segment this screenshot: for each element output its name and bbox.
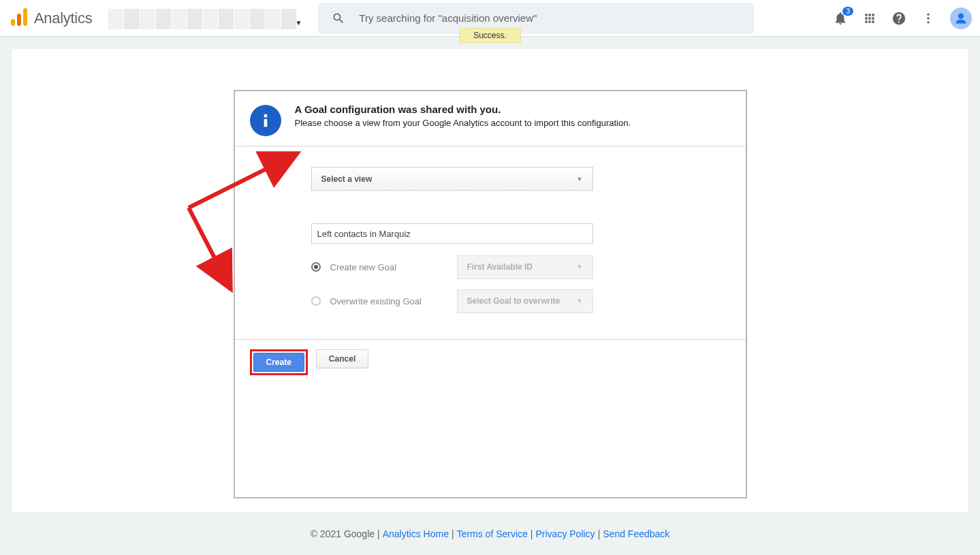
caret-down-icon: ▼ [577, 176, 583, 183]
privacy-link[interactable]: Privacy Policy [535, 528, 595, 539]
user-icon [954, 12, 968, 25]
help-icon[interactable] [891, 11, 906, 26]
goal-import-modal: A Goal configuration was shared with you… [234, 90, 747, 498]
radio-icon [311, 296, 321, 306]
form-area: Select a view ▼ Create new Goal First Av… [311, 167, 593, 312]
logo[interactable]: Analytics [11, 8, 92, 28]
search-box[interactable] [318, 3, 754, 34]
radio-label: Overwrite existing Goal [330, 296, 457, 306]
toast-text: Success. [473, 31, 507, 40]
separator: | [452, 528, 454, 539]
search-icon [332, 12, 345, 25]
avatar[interactable] [950, 7, 972, 29]
info-icon [250, 105, 281, 136]
svg-line-10 [189, 208, 231, 289]
radio-icon [311, 262, 321, 272]
modal-subtitle: Please choose a view from your Google An… [295, 118, 631, 128]
create-button[interactable]: Create [253, 353, 304, 372]
caret-down-icon: ▼ [577, 264, 583, 270]
caret-down-icon: ▼ [295, 19, 302, 27]
svg-rect-8 [264, 119, 267, 127]
radio-overwrite-goal[interactable]: Overwrite existing Goal Select Goal to o… [311, 290, 593, 312]
overwrite-goal-dropdown: Select Goal to overwrite ▼ [457, 289, 593, 313]
notifications-icon[interactable]: 3 [833, 11, 848, 26]
svg-point-3 [927, 13, 929, 15]
svg-rect-0 [11, 19, 15, 26]
view-select-dropdown[interactable]: Select a view ▼ [311, 167, 593, 191]
search-input[interactable] [359, 12, 740, 24]
page-footer: © 2021 Google | Analytics Home | Terms o… [0, 513, 980, 555]
svg-point-5 [927, 21, 929, 23]
terms-link[interactable]: Terms of Service [457, 528, 528, 539]
modal-footer: Create Cancel [235, 339, 746, 385]
svg-rect-2 [23, 8, 27, 26]
more-vert-icon[interactable] [921, 12, 935, 25]
svg-point-6 [958, 13, 964, 18]
analytics-logo-icon [11, 8, 27, 28]
cancel-button[interactable]: Cancel [316, 349, 368, 368]
radio-create-new-goal[interactable]: Create new Goal First Available ID ▼ [311, 256, 593, 278]
separator: | [377, 528, 380, 539]
dropdown-label: Select a view [321, 174, 373, 184]
svg-point-4 [927, 17, 929, 19]
goal-id-dropdown: First Available ID ▼ [457, 255, 593, 279]
separator: | [531, 528, 533, 539]
modal-header: A Goal configuration was shared with you… [235, 91, 746, 146]
modal-title: A Goal configuration was shared with you… [295, 104, 631, 115]
modal-body: Select a view ▼ Create new Goal First Av… [235, 146, 746, 339]
svg-line-9 [189, 153, 298, 208]
annotation-arrows [182, 146, 318, 337]
svg-rect-1 [17, 14, 21, 26]
annotation-highlight-box: Create [250, 349, 308, 375]
separator: | [598, 528, 601, 539]
copyright-text: © 2021 Google [311, 528, 375, 539]
product-name: Analytics [34, 10, 92, 27]
content-panel: A Goal configuration was shared with you… [12, 49, 968, 512]
apps-icon[interactable] [863, 12, 876, 25]
main-content: A Goal configuration was shared with you… [0, 37, 980, 513]
goal-name-input[interactable] [311, 223, 593, 244]
dropdown-label: First Available ID [467, 262, 533, 272]
header-actions: 3 [833, 7, 972, 29]
analytics-home-link[interactable]: Analytics Home [383, 528, 449, 539]
feedback-link[interactable]: Send Feedback [603, 528, 669, 539]
account-blur-placeholder [108, 9, 296, 29]
radio-label: Create new Goal [330, 262, 457, 272]
notification-badge: 3 [842, 7, 853, 16]
dropdown-label: Select Goal to overwrite [467, 296, 560, 306]
account-selector[interactable]: ▼ [108, 6, 302, 31]
success-toast: Success. [459, 28, 521, 43]
caret-down-icon: ▼ [577, 298, 583, 304]
svg-rect-7 [264, 114, 267, 118]
